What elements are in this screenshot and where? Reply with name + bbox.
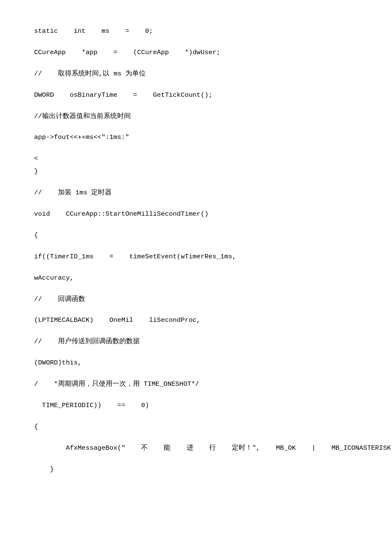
code-line: / *周期调用，只使用一次，用 TIME_ONESHOT*/ (34, 379, 358, 390)
code-line (34, 179, 358, 186)
code-line: TIME_PERIODIC)) == 0) (34, 400, 358, 412)
code-line (34, 391, 358, 399)
code-line (34, 123, 358, 131)
code-line (34, 38, 358, 46)
code-line: void CCureApp::StartOneMilliSecondTimer(… (34, 208, 358, 220)
code-line (34, 102, 358, 110)
code-line: } (34, 166, 358, 178)
code-line (34, 455, 358, 463)
code-line (34, 327, 358, 335)
code-line: // 回调函数 (34, 294, 358, 306)
code-line: } (34, 464, 358, 476)
code-line: CCureApp *app = (CCureApp *)dwUser; (34, 47, 358, 59)
code-container: static int ms = 0;CCureApp *app = (CCure… (34, 26, 358, 476)
code-line: // 用户传送到回调函数的数据 (34, 336, 358, 348)
code-line (34, 434, 358, 442)
code-line: { (34, 230, 358, 242)
code-line: // 取得系统时间,以 ms 为单位 (34, 68, 358, 80)
code-line: < (34, 153, 358, 165)
code-line: app->fout<<++ms<<":1ms:" (34, 132, 358, 144)
code-line: //输出计数器值和当前系统时间 (34, 111, 358, 123)
code-line: DWORD osBinaryTime = GetTickCount(); (34, 90, 358, 101)
code-line (34, 145, 358, 152)
code-line: (LPTIMECALBACK) OneMil liSecondProc, (34, 315, 358, 327)
code-line (34, 349, 358, 356)
code-line (34, 370, 358, 378)
code-line: { (34, 421, 358, 433)
code-line (34, 264, 358, 272)
code-line: if((TimerID_1ms = timeSetEvent(wTimerRes… (34, 251, 358, 263)
code-line (34, 60, 358, 67)
code-line: wAccuracy, (34, 272, 358, 284)
code-line: // 加装 1ms 定时器 (34, 187, 358, 199)
code-line (34, 285, 358, 293)
code-line: AfxMessageBox(" 不 能 进 行 定时！", MB_OK | MB… (34, 442, 358, 454)
code-line (34, 200, 358, 208)
code-line (34, 413, 358, 420)
code-line (34, 81, 358, 89)
code-line: (DWORD)this, (34, 357, 358, 369)
code-line (34, 306, 358, 314)
code-line (34, 221, 358, 229)
code-line: static int ms = 0; (34, 26, 358, 38)
code-line (34, 243, 358, 250)
